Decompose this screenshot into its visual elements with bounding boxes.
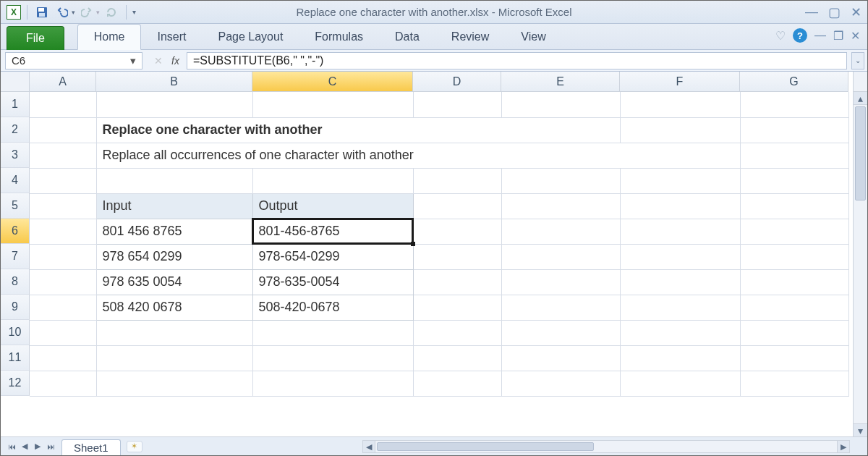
row-header-2[interactable]: 2	[1, 117, 30, 143]
formula-input[interactable]: =SUBSTITUTE(B6," ","-")	[187, 52, 847, 69]
name-box-dropdown-icon[interactable]: ▾	[130, 54, 136, 67]
vertical-scrollbar[interactable]: ▴ ▾	[853, 72, 867, 436]
col-header-f[interactable]: F	[620, 72, 740, 92]
close-icon[interactable]: ✕	[851, 4, 861, 20]
save-icon[interactable]	[33, 4, 51, 21]
svg-rect-2	[39, 13, 45, 17]
col-header-g[interactable]: G	[740, 72, 848, 92]
cancel-formula-icon[interactable]: ✕	[154, 55, 163, 67]
ribbon-options-icon[interactable]: ♡	[775, 29, 786, 43]
refresh-icon[interactable]	[103, 4, 120, 21]
sheet-tab-bar: ⏮ ◀ ▶ ⏭ Sheet1 ✶ ◀ ▶	[1, 436, 867, 455]
tab-insert[interactable]: Insert	[141, 25, 202, 49]
scroll-down-icon[interactable]: ▾	[854, 423, 867, 436]
doc-close-icon[interactable]: ✕	[851, 29, 860, 43]
cell-c5-header-output[interactable]: Output	[252, 193, 413, 219]
undo-icon[interactable]	[54, 4, 71, 21]
row-header-11[interactable]: 11	[1, 345, 30, 371]
row-header-12[interactable]: 12	[1, 371, 30, 396]
scroll-left-icon[interactable]: ◀	[362, 440, 375, 453]
tab-review[interactable]: Review	[435, 25, 505, 49]
vscroll-thumb[interactable]	[855, 106, 866, 200]
cell-c6-selected[interactable]: 801-456-8765	[252, 219, 413, 244]
title-bar: X ▾ ▾ ▾ Replace one character with anoth…	[1, 1, 867, 24]
cell-b7[interactable]: 978 654 0299	[96, 244, 252, 269]
tab-formulas[interactable]: Formulas	[299, 25, 379, 49]
file-tab[interactable]: File	[7, 26, 64, 50]
help-icon[interactable]: ?	[793, 28, 807, 43]
tab-page-layout[interactable]: Page Layout	[202, 25, 299, 49]
doc-restore-icon[interactable]: ❐	[833, 29, 843, 43]
column-headers: A B C D E F G	[30, 72, 853, 92]
cells-area[interactable]: Replace one character with another Repla…	[30, 92, 853, 436]
ribbon-tabs: File Home Insert Page Layout Formulas Da…	[1, 24, 867, 50]
row-header-6[interactable]: 6	[1, 219, 30, 244]
doc-minimize-icon[interactable]: —	[814, 29, 826, 42]
new-sheet-icon[interactable]: ✶	[127, 441, 142, 452]
formula-text: =SUBSTITUTE(B6," ","-")	[193, 54, 324, 67]
redo-icon[interactable]	[78, 4, 95, 21]
name-box-value: C6	[12, 54, 25, 67]
formula-bar: C6 ▾ ✕ fx =SUBSTITUTE(B6," ","-") ⌄	[1, 50, 867, 72]
cell-b9[interactable]: 508 420 0678	[96, 295, 252, 320]
row-headers: 1 2 3 4 5 6 7 8 9 10 11 12	[1, 92, 30, 396]
row-header-8[interactable]: 8	[1, 269, 30, 295]
row-header-9[interactable]: 9	[1, 295, 30, 320]
sheet-tab-sheet1[interactable]: Sheet1	[61, 439, 121, 455]
sheet-nav-next-icon[interactable]: ▶	[31, 440, 44, 453]
hscroll-track[interactable]	[375, 440, 837, 453]
tab-home[interactable]: Home	[77, 24, 142, 50]
fx-icon[interactable]: fx	[171, 55, 179, 67]
svg-rect-1	[38, 8, 44, 12]
tab-view[interactable]: View	[505, 25, 561, 49]
maximize-icon[interactable]: ▢	[828, 4, 841, 20]
hscroll-thumb[interactable]	[377, 442, 594, 451]
row-header-10[interactable]: 10	[1, 320, 30, 345]
scroll-up-icon[interactable]: ▴	[854, 92, 867, 105]
minimize-icon[interactable]: —	[805, 4, 818, 20]
cell-c9[interactable]: 508-420-0678	[252, 295, 413, 320]
quick-access-toolbar: X ▾ ▾ ▾	[7, 4, 136, 21]
cell-c8[interactable]: 978-635-0054	[252, 269, 413, 295]
horizontal-scrollbar[interactable]: ◀ ▶	[362, 440, 850, 453]
spreadsheet-grid: 1 2 3 4 5 6 7 8 9 10 11 12 A B C D E F G	[1, 72, 867, 436]
row-header-7[interactable]: 7	[1, 244, 30, 269]
col-header-d[interactable]: D	[413, 72, 501, 92]
cell-b8[interactable]: 978 635 0054	[96, 269, 252, 295]
vscroll-track[interactable]	[854, 105, 867, 423]
cell-b3-subtitle[interactable]: Replace all occurrences of one character…	[96, 143, 740, 168]
cell-c7[interactable]: 978-654-0299	[252, 244, 413, 269]
tab-data[interactable]: Data	[379, 25, 435, 49]
col-header-b[interactable]: B	[96, 72, 252, 92]
scroll-right-icon[interactable]: ▶	[837, 440, 850, 453]
row-header-1[interactable]: 1	[1, 92, 30, 117]
name-box[interactable]: C6 ▾	[5, 52, 142, 69]
cell-b5-header-input[interactable]: Input	[96, 193, 252, 219]
col-header-e[interactable]: E	[501, 72, 620, 92]
select-all-corner[interactable]	[1, 72, 30, 92]
cell-b2-title[interactable]: Replace one character with another	[96, 117, 620, 143]
col-header-c[interactable]: C	[252, 72, 413, 92]
excel-icon[interactable]: X	[7, 5, 21, 20]
formula-bar-expand-icon[interactable]: ⌄	[851, 52, 864, 69]
cell-b6[interactable]: 801 456 8765	[96, 219, 252, 244]
row-header-4[interactable]: 4	[1, 168, 30, 193]
sheet-nav-first-icon[interactable]: ⏮	[5, 440, 18, 453]
row-header-5[interactable]: 5	[1, 193, 30, 219]
sheet-nav-prev-icon[interactable]: ◀	[18, 440, 31, 453]
row-header-3[interactable]: 3	[1, 143, 30, 168]
col-header-a[interactable]: A	[30, 72, 96, 92]
sheet-nav-last-icon[interactable]: ⏭	[44, 440, 57, 453]
